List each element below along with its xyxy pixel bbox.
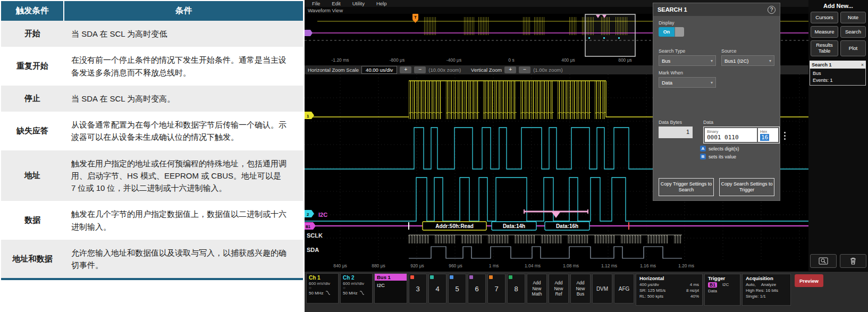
- screen: 触发条件 条件 开始 当 SDA 在 SCL 为高时变低 重复开始 在没有前一个…: [0, 0, 868, 312]
- afg-button[interactable]: AFG: [614, 274, 634, 303]
- bottom-settings-bar: Ch 1 600 mV/div ○ 50 MHz Ch 2 600 mV/div…: [305, 271, 868, 312]
- horizontal-zoom-factor: (10.00x zoom): [428, 67, 461, 73]
- bus-1-name: Bus 1: [375, 274, 407, 281]
- search-1-type: Bus: [813, 70, 863, 77]
- bandwidth-icon: [325, 291, 331, 296]
- knob-b-icon: B: [700, 154, 706, 159]
- row-label: 缺失应答: [1, 112, 64, 150]
- trigger-condition-table-pane: 触发条件 条件 开始 当 SDA 在 SCL 为高时变低 重复开始 在没有前一个…: [0, 0, 305, 312]
- channel-4-button[interactable]: 4: [428, 274, 446, 303]
- search-panel-title: SEARCH 1: [658, 6, 687, 13]
- table-row: 开始 当 SDA 在 SCL 为高时变低: [1, 21, 303, 47]
- add-search-button[interactable]: Search: [840, 26, 866, 38]
- row-label: 地址和数据: [1, 240, 64, 280]
- source-select[interactable]: Bus1 (I2C) ▾: [721, 55, 774, 66]
- channel-3-color-chip: [410, 275, 414, 279]
- trigger-settings-panel[interactable]: Trigger B1 I2C Data: [704, 274, 740, 306]
- trigger-condition-table: 触发条件 条件 开始 当 SDA 在 SCL 为高时变低 重复开始 在没有前一个…: [1, 1, 303, 280]
- zoom-out-button[interactable]: −: [414, 66, 426, 73]
- dvm-button[interactable]: DVM: [592, 274, 612, 303]
- add-cursors-button[interactable]: Cursors: [811, 12, 838, 23]
- add-plot-button[interactable]: Plot: [840, 40, 866, 56]
- channel-8-button[interactable]: 8: [507, 274, 525, 303]
- delete-button[interactable]: [840, 254, 866, 268]
- search-1-badge-header[interactable]: Search 1 ×: [810, 61, 866, 69]
- channel-3-button[interactable]: 3: [409, 274, 427, 303]
- add-note-button[interactable]: Note: [840, 12, 866, 23]
- data-label: Data: [703, 120, 780, 125]
- zoom-in-button[interactable]: +: [400, 66, 411, 73]
- waveform-view-label: Waveform View: [305, 7, 343, 13]
- row-desc: 触发在几个字节的用户指定数据值上，数据值以二进制或十六进制输入。: [64, 201, 303, 240]
- display-toggle[interactable]: On: [659, 27, 684, 37]
- search-panel-title-bar[interactable]: SEARCH 1 ?: [653, 3, 780, 16]
- panel-drag-handle[interactable]: [782, 130, 787, 141]
- display-label: Display: [659, 20, 780, 26]
- vertical-zoom-out-button[interactable]: −: [519, 66, 530, 73]
- sclk-digital-trace: [408, 235, 682, 243]
- trigger-marker-letter: T: [414, 15, 417, 20]
- zoom-to-event-button[interactable]: [810, 254, 837, 268]
- preview-button[interactable]: Preview: [795, 274, 823, 287]
- channel-5-color-chip: [450, 275, 453, 279]
- add-new-ref-button[interactable]: Add New Ref: [549, 274, 569, 303]
- bus-1-type: I2C: [375, 281, 407, 290]
- table-header-row: 触发条件 条件: [1, 1, 303, 21]
- channel-1-name: Ch 1: [309, 275, 336, 281]
- zoom-selection-box[interactable]: [585, 14, 635, 56]
- hex-field[interactable]: Hex 16: [758, 128, 778, 142]
- menu-edit[interactable]: Edit: [326, 1, 345, 6]
- add-measure-button[interactable]: Measure: [811, 26, 838, 38]
- close-icon[interactable]: ×: [861, 62, 864, 68]
- horizontal-settings-panel[interactable]: Horizontal 400 μs/div 4 ms SR: 125 MS/s …: [636, 274, 703, 306]
- copy-trigger-to-search-button[interactable]: Copy Trigger Settings to Search: [659, 178, 714, 196]
- channel-6-button[interactable]: 6: [468, 274, 486, 303]
- data-bytes-input[interactable]: 1: [659, 127, 693, 138]
- help-icon[interactable]: ?: [768, 6, 776, 14]
- time-axis-label: 960 μs: [449, 263, 462, 268]
- channel-2-badge[interactable]: Ch 2 600 mV/div ○ 50 MHz: [340, 273, 373, 303]
- table-row: 缺失应答 从设备通常配置为在每个地址和数据字节后传输一个确认。示波器可以在从设备…: [1, 112, 303, 150]
- horizontal-zoom-value[interactable]: 40.00 us/div: [361, 66, 397, 74]
- menu-file[interactable]: File: [307, 1, 325, 6]
- bus-1-badge[interactable]: Bus 1 I2C: [374, 273, 407, 303]
- binary-field[interactable]: Binary 0001 0110: [705, 128, 757, 142]
- add-new-math-button[interactable]: Add New Math: [527, 274, 547, 303]
- acquisition-settings-panel[interactable]: Acquisition Auto, Analyze High Res: 16 b…: [742, 274, 791, 306]
- add-new-bus-button[interactable]: Add New Bus: [570, 274, 591, 303]
- search-type-label: Search Type: [659, 48, 721, 54]
- mark-when-select[interactable]: Data ▾: [659, 77, 716, 88]
- horizontal-title: Horizontal: [639, 275, 699, 281]
- menu-help[interactable]: Help: [371, 1, 392, 6]
- channel-7-button[interactable]: 7: [487, 274, 505, 303]
- bus-decode-track: Addr:50h:Read Data:14h Data:16h: [305, 222, 808, 230]
- trigger-bus-type: I2C: [722, 282, 729, 288]
- knob-a-icon: A: [700, 146, 706, 151]
- search-type-select[interactable]: Bus ▾: [659, 55, 716, 66]
- copy-search-to-trigger-button[interactable]: Copy Search Settings to Trigger: [719, 178, 774, 196]
- knob-a-hint: selects digit(s): [709, 146, 739, 151]
- search-1-badge[interactable]: Search 1 × Bus Events: 1: [810, 61, 866, 86]
- binary-label: Binary: [707, 129, 755, 134]
- menu-utility[interactable]: Utility: [347, 1, 370, 6]
- trigger-title: Trigger: [708, 275, 737, 281]
- add-results-table-button[interactable]: Results Table: [811, 40, 838, 56]
- channel-1-badge[interactable]: Ch 1 600 mV/div ○ 50 MHz: [306, 273, 339, 303]
- horizontal-scale: 400 μs/div: [639, 282, 659, 287]
- record-length: RL: 500 kpts: [639, 294, 663, 299]
- chevron-down-icon: ▾: [769, 58, 771, 63]
- table-row: 停止 当 SDA 在 SCL 为高时变高。: [1, 86, 303, 112]
- search-config-panel: SEARCH 1 ? Display On Search Type Bus ▾ …: [653, 3, 780, 201]
- acquisition-count: Single: 1/1: [746, 294, 766, 299]
- horizontal-zoom-scale-label: Horizontal Zoom Scale: [308, 67, 359, 73]
- bus-decode-label-data1: Data:14h: [503, 223, 525, 229]
- channel-8-color-chip: [509, 275, 512, 279]
- ch1-tag: 1: [307, 114, 309, 119]
- vertical-zoom-in-button[interactable]: +: [504, 66, 516, 73]
- time-axis-label: 880 μs: [372, 263, 385, 268]
- horizontal-duration: 4 ms: [690, 282, 699, 287]
- channel-5-button[interactable]: 5: [448, 274, 466, 303]
- mark-when-value: Data: [662, 80, 672, 86]
- chevron-down-icon: ▾: [711, 58, 713, 63]
- bandwidth-icon: [359, 291, 365, 296]
